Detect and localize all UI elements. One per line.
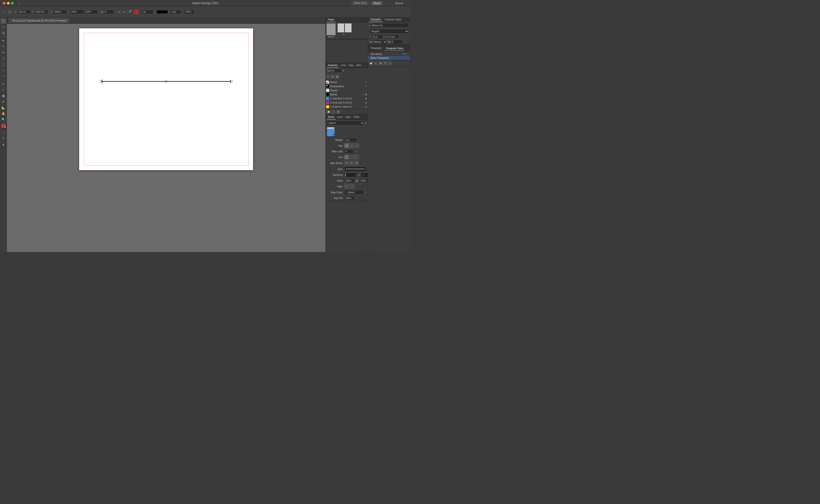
select-tool[interactable]: ↖: [1, 18, 6, 24]
ellipse-tool[interactable]: ○: [1, 73, 6, 79]
show-all-swatches[interactable]: ⬚: [326, 75, 330, 79]
bevel-join-btn[interactable]: ⌐: [354, 155, 359, 159]
show-gradient-swatches[interactable]: ▦: [335, 75, 339, 79]
round-join-btn[interactable]: ⌒: [349, 155, 354, 159]
measure-tool[interactable]: 📐: [1, 105, 6, 110]
document-tab[interactable]: *Arrow Ends Tutorial.indd @ 76% [GPU Pre…: [9, 18, 69, 23]
undo-icon[interactable]: ↩: [117, 10, 121, 14]
font-size-input[interactable]: [371, 35, 383, 39]
swatch-yellow[interactable]: C=0 M=0 Y=100 K=0 ▦: [325, 105, 368, 109]
scissors-tool[interactable]: ✂: [1, 81, 6, 86]
user-menu[interactable]: Bonnie: [395, 2, 403, 5]
stroke-color-swatch[interactable]: [134, 10, 138, 14]
arrow-line-object[interactable]: [100, 79, 232, 80]
round-cap-btn[interactable]: ⊙: [349, 143, 354, 148]
pathfinder-tab[interactable]: Pathfi: [352, 115, 361, 120]
scale-input1[interactable]: [344, 179, 354, 183]
align-tab[interactable]: Align: [344, 115, 352, 120]
new-swatch-icon[interactable]: +: [331, 110, 335, 114]
butt-cap-btn[interactable]: ⊢: [344, 143, 349, 148]
kerning-select[interactable]: Metrics Optical 0: [373, 40, 387, 44]
effects-tab[interactable]: Effec: [355, 63, 363, 68]
basic-paragraph-item[interactable]: [Basic Paragraph]: [368, 56, 410, 60]
miter-input[interactable]: [344, 149, 353, 153]
tint-input[interactable]: [332, 69, 341, 72]
font-style-select[interactable]: Regular Bold Italic: [369, 29, 408, 34]
para-styles-clear[interactable]: ✕: [388, 61, 392, 65]
para-styles-new[interactable]: +: [373, 61, 378, 65]
paragraph-tab[interactable]: Paragraph: [369, 46, 383, 51]
scale-link-icon[interactable]: 🔗: [355, 180, 358, 182]
start-dropdown[interactable]: ▾: [344, 173, 357, 177]
eyedropper-tool[interactable]: 🖉: [1, 99, 6, 104]
swatches-tab[interactable]: Swatches: [326, 63, 339, 68]
tint-close-icon[interactable]: ✕: [342, 69, 344, 72]
end-dropdown[interactable]: → ▾: [361, 173, 368, 177]
rectangle-frame-tool[interactable]: ⬚: [1, 62, 6, 67]
para-styles-delete[interactable]: 🗑: [378, 61, 382, 65]
gap-color-dropdown[interactable]: ▾: [365, 191, 366, 193]
rotation-input[interactable]: [104, 10, 114, 14]
align-extend-btn[interactable]: ⊢: [344, 184, 349, 189]
inside-stroke-btn[interactable]: ⊟: [349, 161, 354, 165]
selection-handle-left[interactable]: [100, 80, 102, 82]
canvas-scroll[interactable]: [7, 24, 325, 252]
new-color-group-icon[interactable]: 📁: [326, 110, 330, 114]
center-stroke-btn[interactable]: ⊞: [344, 161, 349, 165]
zoom-tool[interactable]: 🔍: [1, 117, 6, 122]
free-transform-tool[interactable]: ⤡: [1, 87, 6, 92]
none-master-thumb[interactable]: [326, 23, 336, 35]
selection-handle-right[interactable]: [231, 80, 232, 82]
direct-select-tool[interactable]: ↗: [1, 24, 6, 30]
swatch-magenta[interactable]: C=0 M=100 Y=0 K=0 ▦: [325, 101, 368, 105]
object-tab[interactable]: Obje: [347, 63, 355, 68]
links-tab[interactable]: Links: [339, 63, 347, 68]
character-styles-tab[interactable]: Character Styles: [383, 17, 403, 22]
fill-color-tool[interactable]: [2, 124, 5, 128]
letter-h-dropdown[interactable]: Letter H: [327, 121, 364, 125]
font-expand-arrow[interactable]: ▸: [369, 24, 370, 27]
delete-swatch-icon[interactable]: 🗑: [336, 110, 340, 114]
transform-icon[interactable]: ⬚: [2, 10, 7, 14]
gap-input[interactable]: [171, 10, 181, 14]
zoom-input2[interactable]: [84, 10, 98, 14]
pencil-tool[interactable]: ✏: [1, 50, 6, 55]
zoom-percent-input[interactable]: [184, 10, 194, 14]
frame-icon[interactable]: ▢: [7, 10, 12, 14]
stroke-tab[interactable]: Stroke: [326, 115, 336, 120]
a-master-right[interactable]: [345, 23, 352, 32]
adobe-stock-search[interactable]: Adobe Stock: [352, 1, 369, 5]
projecting-cap-btn[interactable]: ⊣: [354, 143, 359, 148]
weight-input[interactable]: [344, 138, 357, 142]
swatch-registration[interactable]: ✚ [Registration] ✕: [325, 84, 368, 88]
gap-color-preview[interactable]: ⊘ [None]: [344, 190, 364, 195]
text-frame-tool[interactable]: T: [1, 136, 6, 141]
swatch-none[interactable]: [None] ✕: [325, 80, 368, 84]
leading-input[interactable]: [385, 35, 399, 39]
stroke-weight-input[interactable]: [141, 10, 153, 14]
stroke-style-preview[interactable]: [156, 10, 168, 14]
swatch-black[interactable]: [Black] ✕ ▦: [325, 92, 368, 97]
selection-handle-center[interactable]: [165, 80, 167, 82]
a-master-left[interactable]: [337, 23, 344, 32]
para-styles-options[interactable]: ☰: [383, 61, 387, 65]
width-input[interactable]: [53, 10, 67, 14]
type-dropdown[interactable]: ▾: [344, 167, 366, 171]
paragraph-styles-tab[interactable]: Paragraph Styles: [384, 46, 405, 51]
share-button[interactable]: Share: [371, 1, 382, 5]
rectangle-tool[interactable]: □: [1, 67, 6, 73]
fullscreen-button[interactable]: [11, 2, 14, 5]
frame-sizing-tool[interactable]: ⬚: [1, 130, 6, 135]
character-tab[interactable]: Character: [369, 17, 383, 22]
layer-tab[interactable]: Layer: [336, 115, 344, 120]
pen-tool[interactable]: ✒: [1, 38, 6, 43]
zoom-input[interactable]: [70, 10, 84, 14]
text-tool[interactable]: T: [1, 44, 6, 49]
content-grabber-tool[interactable]: ●: [1, 142, 6, 147]
stroke-panel-expand[interactable]: ▾: [365, 122, 366, 124]
char-resize[interactable]: [368, 44, 410, 45]
para-styles-new-group[interactable]: 📁: [369, 61, 373, 65]
swatch-cyan[interactable]: C=100 M=0 Y=0 K=0 ▦: [325, 97, 368, 101]
align-inside-btn[interactable]: ⊣: [350, 184, 354, 189]
outside-stroke-btn[interactable]: ⊠: [354, 161, 359, 165]
